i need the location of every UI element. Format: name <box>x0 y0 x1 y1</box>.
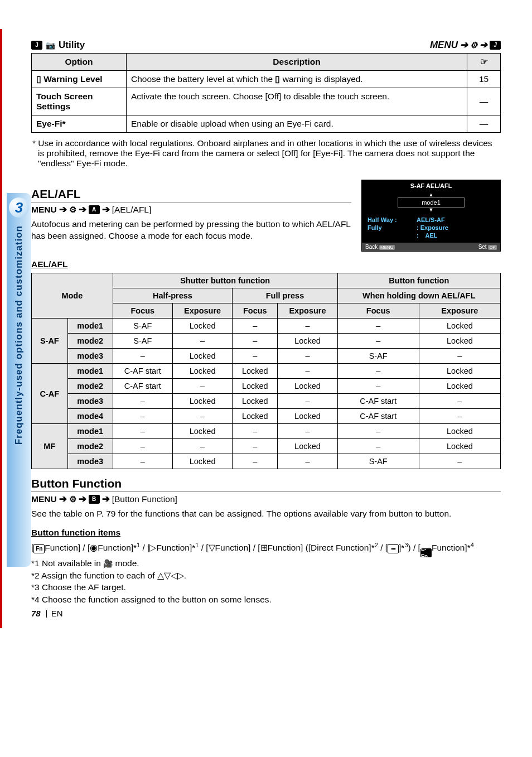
page-number: 78 <box>31 609 41 618</box>
table-row: mode2C-AF start–LockedLocked–Locked <box>32 379 501 394</box>
gear-icon <box>470 40 477 51</box>
table-row: MFmode1–Locked–––Locked <box>32 424 501 439</box>
arrow-icon: ➔ <box>460 39 468 51</box>
tab-j-icon: J <box>31 41 42 50</box>
table-row: mode3–Locked––S-AF– <box>32 454 501 469</box>
table-row: mode3–Locked––S-AF– <box>32 349 501 364</box>
page-ref: — <box>467 88 501 115</box>
section-header: J Utility MENU ➔ ➔ J <box>31 39 501 51</box>
triangle-down-icon <box>209 543 215 552</box>
triangle-up-icon: ▲ <box>398 192 465 197</box>
options-table: Option Description ☞ Warning Level Choos… <box>31 53 501 133</box>
triangle-down-icon: ▼ <box>398 208 465 213</box>
triangle-up-icon <box>157 571 164 580</box>
col-description: Description <box>127 54 467 71</box>
af-target-icon <box>388 544 399 553</box>
button-items-list: [FnFunction] / [Function]*1 / [Function]… <box>31 541 501 606</box>
gear-icon <box>69 205 76 215</box>
table-row: Eye-Fi* Enable or disable upload when us… <box>32 115 501 133</box>
rec-icon <box>90 543 98 552</box>
camera-icon <box>46 40 55 51</box>
table-row: Touch Screen Settings Activate the touch… <box>32 88 501 115</box>
page-lang: EN <box>51 609 63 618</box>
ael-grid: ModeShutter button functionButton functi… <box>31 273 501 469</box>
menu-label: MENU <box>430 40 458 51</box>
menupath-ael: MENU ➔ ➔A ➔[AEL/AFL] <box>31 204 351 215</box>
lfn-icon: L-Fn <box>420 548 432 557</box>
table-row: mode2S-AF––Locked–Locked <box>32 334 501 349</box>
battery-icon <box>36 74 41 84</box>
tab-a-icon: A <box>89 205 100 214</box>
table-row: C-AFmode1C-AF startLockedLocked––Locked <box>32 364 501 379</box>
opt-name: Touch Screen Settings <box>32 88 127 115</box>
page-ref: — <box>467 115 501 133</box>
col-option: Option <box>32 54 127 71</box>
lcd-preview: S-AF AEL/AFL ▲ mode1 ▼ Half Way :AEL/S-A… <box>361 180 501 252</box>
section-header-title: Utility <box>59 40 85 51</box>
triangle-left-icon <box>171 571 177 580</box>
subhead-button-items: Button function items <box>31 528 501 538</box>
button-body: See the table on P. 79 for the functions… <box>31 508 501 520</box>
gear-icon <box>69 494 76 504</box>
fn-icon: Fn <box>33 544 45 553</box>
tab-b-icon: B <box>89 495 100 504</box>
triangle-right-icon <box>177 571 184 580</box>
page-footer: 78 EN <box>31 609 63 618</box>
table-row: S-AFmode1S-AFLocked–––Locked <box>32 319 501 334</box>
arrow-icon: ➔ <box>480 39 487 51</box>
lcd-title: S-AF AEL/AFL <box>362 180 500 191</box>
page-ref[interactable]: 15 <box>467 71 501 88</box>
table-row: mode3–LockedLocked–C-AF start– <box>32 394 501 409</box>
opt-desc: Activate the touch screen. Choose [Off] … <box>127 88 467 115</box>
opt-name: Warning Level <box>43 74 102 84</box>
opt-name: Eye-Fi* <box>32 115 127 133</box>
table-row: Warning Level Choose the battery level a… <box>32 71 501 88</box>
section-title-button: Button Function <box>31 477 501 492</box>
lcd-mode: mode1 <box>398 197 465 208</box>
footnote-eyefi: * Use in accordance with local regulatio… <box>38 138 501 168</box>
triangle-down-icon <box>164 571 171 580</box>
target-icon <box>260 543 268 552</box>
opt-desc: Enable or disable upload when using an E… <box>127 115 467 133</box>
col-ref: ☞ <box>467 54 501 71</box>
movie-icon <box>103 558 113 568</box>
table-row: mode2–––Locked–Locked <box>32 439 501 454</box>
section-title-ael: AEL/AFL <box>31 187 351 202</box>
triangle-right-icon <box>149 543 156 552</box>
subhead-ael: AEL/AFL <box>31 259 501 269</box>
menupath-button: MENU ➔ ➔B ➔[Button Function] <box>31 493 501 505</box>
tab-j-icon: J <box>490 41 501 50</box>
table-row: mode4––LockedLockedC-AF start– <box>32 409 501 424</box>
opt-desc: Choose the battery level at which the wa… <box>127 71 467 88</box>
ael-body: Autofocus and metering can be performed … <box>31 219 351 242</box>
